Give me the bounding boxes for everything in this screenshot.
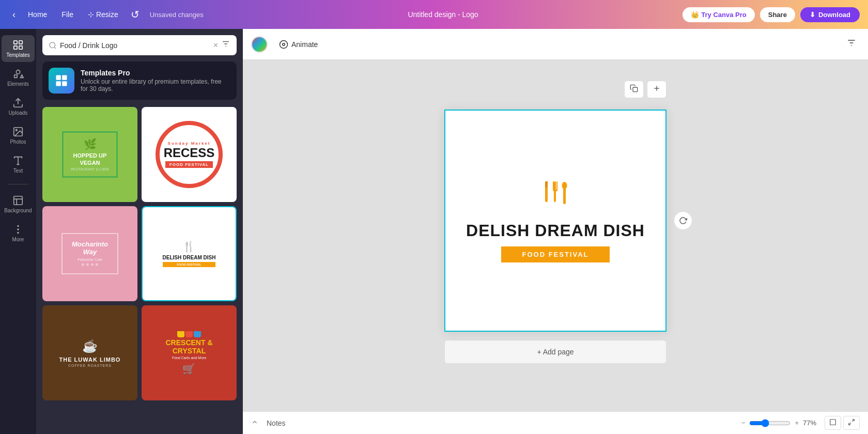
svg-rect-37 bbox=[556, 181, 557, 191]
template-preview: Sunday Market RECESS FOOD FESTIVAL bbox=[143, 108, 236, 201]
zoom-minus[interactable]: − bbox=[741, 419, 746, 427]
promo-icon bbox=[49, 68, 74, 94]
animate-button[interactable]: Animate bbox=[274, 37, 323, 52]
copy-icon bbox=[630, 84, 638, 92]
fullscreen-icon bbox=[848, 419, 855, 426]
add-page-button[interactable]: + Add page bbox=[444, 340, 667, 364]
template-preview: CRESCENT &CRYSTAL Food Carts and More 🛒 bbox=[143, 306, 236, 399]
cart-icon: 🛒 bbox=[165, 363, 212, 375]
svg-rect-36 bbox=[553, 181, 554, 191]
sidebar-item-text[interactable]: Text bbox=[2, 151, 35, 178]
svg-line-43 bbox=[849, 423, 851, 425]
search-icon bbox=[49, 41, 57, 50]
view-buttons bbox=[825, 416, 860, 430]
template-preview: 🍴 DELISH DREAM DISH FOOD FESTIVAL bbox=[143, 207, 236, 300]
download-button[interactable]: ⬇ Download bbox=[800, 7, 860, 22]
background-icon bbox=[12, 195, 24, 206]
svg-point-25 bbox=[280, 40, 288, 48]
sidebar-item-elements[interactable]: Elements bbox=[2, 64, 35, 91]
canvas-scroll[interactable]: DELISH DREAM DISH FOOD FESTIVAL + Add pa… bbox=[243, 60, 868, 411]
svg-point-16 bbox=[50, 42, 55, 48]
download-icon: ⬇ bbox=[810, 11, 815, 19]
utensils-svg bbox=[540, 179, 571, 213]
utensils-graphic bbox=[540, 179, 571, 213]
search-input[interactable] bbox=[60, 41, 210, 50]
topbar-left: ‹ Home File ⊹ Resize ↺ Unsaved changes bbox=[8, 6, 204, 23]
grid-icon bbox=[12, 39, 24, 51]
back-button[interactable]: ‹ bbox=[8, 7, 20, 22]
svg-rect-1 bbox=[19, 41, 22, 44]
fullscreen-button[interactable] bbox=[843, 416, 860, 430]
home-button[interactable]: Home bbox=[22, 7, 53, 22]
zoom-slider[interactable] bbox=[749, 419, 791, 427]
search-bar: × bbox=[42, 35, 237, 55]
design-title: DELISH DREAM DISH bbox=[466, 221, 645, 240]
rotate-button[interactable] bbox=[674, 211, 692, 230]
resize-icon: ⊹ bbox=[88, 10, 94, 19]
svg-point-14 bbox=[18, 229, 19, 230]
template-grid: 🌿 HOPPED UPVEGAN RESTAURANT & CAFE Sunda… bbox=[42, 107, 237, 400]
svg-line-17 bbox=[54, 47, 56, 49]
crown-icon: 👑 bbox=[691, 11, 699, 19]
template-content: 🌿 HOPPED UPVEGAN RESTAURANT & CAFE bbox=[62, 131, 118, 177]
zoom-controls: − + 77% bbox=[741, 416, 860, 430]
share-button[interactable]: Share bbox=[760, 7, 795, 22]
magic-filter-button[interactable] bbox=[843, 35, 860, 54]
templates-panel: × Templates Pro Unlock our entire librar… bbox=[36, 29, 243, 434]
svg-rect-35 bbox=[554, 181, 556, 202]
sidebar-item-more[interactable]: More bbox=[2, 220, 35, 246]
notes-button[interactable]: Notes bbox=[267, 419, 286, 427]
fit-page-button[interactable] bbox=[825, 416, 841, 430]
list-item[interactable]: 🍴 DELISH DREAM DISH FOOD FESTIVAL bbox=[142, 206, 237, 301]
coffee-icon: ☕ bbox=[59, 339, 121, 353]
add-element-button[interactable] bbox=[647, 81, 667, 98]
sidebar-item-photos[interactable]: Photos bbox=[2, 122, 35, 149]
awning-stripe bbox=[177, 331, 184, 337]
promo-card[interactable]: Templates Pro Unlock our entire library … bbox=[42, 61, 237, 100]
list-item[interactable]: Sunday Market RECESS FOOD FESTIVAL bbox=[142, 107, 237, 202]
text-icon bbox=[12, 155, 24, 166]
file-button[interactable]: File bbox=[55, 7, 80, 22]
zoom-plus[interactable]: + bbox=[795, 419, 799, 427]
svg-rect-30 bbox=[633, 87, 638, 92]
list-item[interactable]: MocharintoWay Patisserie Cafe ❋ ❋ ❋ ❋ bbox=[42, 206, 137, 301]
top-bar: ‹ Home File ⊹ Resize ↺ Unsaved changes U… bbox=[0, 0, 868, 29]
try-pro-button[interactable]: 👑 Try Canva Pro bbox=[683, 7, 754, 22]
design-canvas[interactable]: DELISH DREAM DISH FOOD FESTIVAL bbox=[444, 110, 667, 332]
svg-point-13 bbox=[18, 226, 19, 227]
promo-description: Unlock our entire library of premium tem… bbox=[81, 78, 230, 92]
svg-marker-6 bbox=[21, 75, 24, 78]
search-filter-button[interactable] bbox=[221, 39, 230, 51]
svg-point-9 bbox=[16, 129, 17, 131]
collapse-button[interactable] bbox=[251, 419, 258, 427]
resize-button[interactable]: ⊹ Resize bbox=[82, 7, 125, 22]
list-item[interactable]: CRESCENT &CRYSTAL Food Carts and More 🛒 bbox=[142, 305, 237, 400]
left-sidebar: Templates Elements Uploads Photos Text bbox=[0, 29, 36, 434]
canvas-top-tools bbox=[444, 81, 667, 98]
list-item[interactable]: 🌿 HOPPED UPVEGAN RESTAURANT & CAFE bbox=[42, 107, 137, 202]
template-preview: 🌿 HOPPED UPVEGAN RESTAURANT & CAFE bbox=[43, 108, 136, 201]
svg-rect-0 bbox=[14, 41, 17, 44]
sidebar-item-uploads[interactable]: Uploads bbox=[2, 93, 35, 120]
sidebar-item-background[interactable]: Background bbox=[2, 191, 35, 218]
template-content: ☕ THE LUWAK LIMBO COFFEE ROASTERS bbox=[54, 334, 126, 373]
svg-rect-34 bbox=[545, 181, 548, 188]
filter-adjust-icon bbox=[846, 38, 857, 48]
template-content: CRESCENT &CRYSTAL Food Carts and More 🛒 bbox=[161, 327, 216, 379]
duplicate-page-button[interactable] bbox=[624, 81, 644, 98]
template-content: MocharintoWay Patisserie Cafe ❋ ❋ ❋ ❋ bbox=[61, 233, 118, 274]
svg-rect-22 bbox=[62, 75, 67, 80]
template-preview: MocharintoWay Patisserie Cafe ❋ ❋ ❋ ❋ bbox=[43, 207, 136, 300]
bottom-bar: Notes − + 77% bbox=[243, 411, 868, 434]
promo-title: Templates Pro bbox=[81, 69, 230, 77]
list-item[interactable]: ☕ THE LUWAK LIMBO COFFEE ROASTERS bbox=[42, 305, 137, 400]
undo-button[interactable]: ↺ bbox=[127, 6, 144, 23]
svg-point-4 bbox=[16, 70, 20, 74]
search-clear-button[interactable]: × bbox=[213, 41, 218, 50]
svg-rect-24 bbox=[62, 81, 67, 86]
canvas-area: Animate bbox=[243, 29, 868, 434]
leaf-icon: 🌿 bbox=[71, 138, 109, 150]
sidebar-item-templates[interactable]: Templates bbox=[2, 35, 35, 62]
animate-icon bbox=[279, 40, 288, 49]
color-palette-button[interactable] bbox=[251, 36, 268, 53]
